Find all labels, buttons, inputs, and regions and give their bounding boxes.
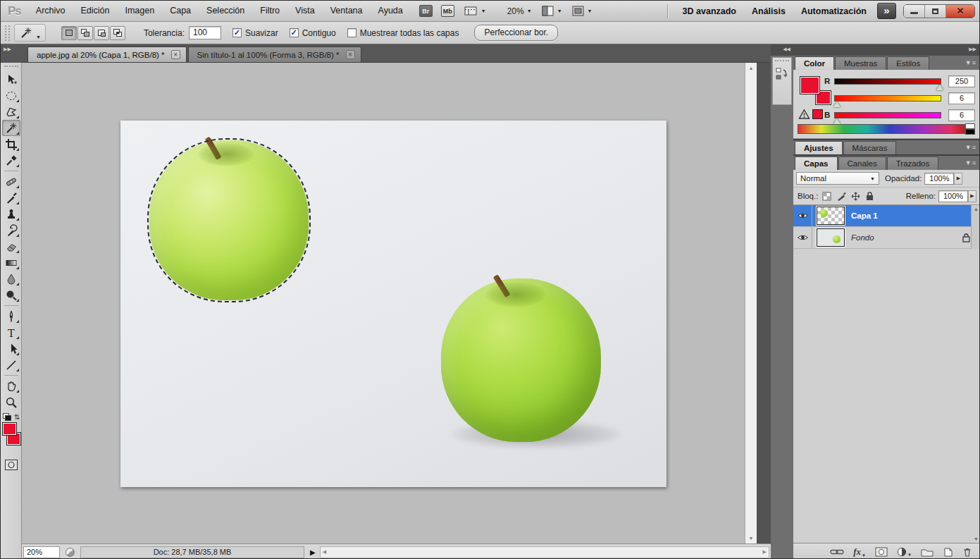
pen-tool[interactable]	[2, 308, 20, 324]
blue-value-input[interactable]: 6	[948, 109, 975, 121]
refine-edge-button[interactable]: Perfeccionar bor.	[474, 25, 558, 41]
tool-preset-picker[interactable]: ▼	[14, 24, 46, 42]
gamut-color-swatch[interactable]	[812, 109, 823, 119]
tolerance-input[interactable]: 100	[189, 26, 221, 39]
eraser-tool[interactable]	[2, 238, 20, 254]
polygonal-lasso-tool[interactable]	[2, 104, 20, 120]
minimize-button[interactable]	[904, 5, 925, 18]
color-spectrum-ramp[interactable]	[798, 124, 965, 134]
link-layers-button[interactable]	[830, 548, 844, 556]
scroll-up-icon[interactable]: ▲	[749, 63, 754, 73]
green-slider-marker[interactable]	[833, 102, 841, 107]
fill-input[interactable]: 100%	[938, 190, 968, 202]
gamut-warning-icon[interactable]	[798, 109, 810, 120]
blue-slider[interactable]	[834, 112, 941, 118]
type-tool[interactable]: T	[2, 324, 20, 340]
tab-mascaras[interactable]: Máscaras	[843, 141, 897, 154]
restore-button[interactable]	[925, 5, 946, 18]
tab-estilos[interactable]: Estilos	[887, 56, 929, 70]
new-layer-button[interactable]	[943, 546, 953, 557]
subtract-from-selection-button[interactable]	[94, 26, 109, 40]
close-tab-icon[interactable]: ×	[171, 50, 180, 59]
lock-all-icon[interactable]	[865, 191, 874, 201]
tab-muestras[interactable]: Muestras	[835, 56, 886, 70]
opacity-input[interactable]: 100%	[924, 173, 954, 185]
scroll-down-icon[interactable]: ▼	[749, 533, 754, 543]
visibility-toggle[interactable]	[793, 205, 812, 226]
menu-ayuda[interactable]: Ayuda	[371, 1, 411, 21]
tab-trazados[interactable]: Trazados	[887, 156, 939, 170]
menu-ventana[interactable]: Ventana	[323, 1, 371, 21]
red-slider[interactable]	[834, 78, 941, 85]
smooth-checkbox[interactable]: ✓	[232, 28, 242, 37]
launch-mini-bridge-button[interactable]: Mb	[441, 5, 454, 17]
scroll-left-icon[interactable]: ◀	[323, 549, 326, 555]
lock-pixels-icon[interactable]	[836, 192, 846, 201]
sample-all-layers-checkbox-wrap[interactable]: Muestrear todas las capas	[347, 28, 459, 38]
line-tool[interactable]	[2, 357, 20, 373]
panel-menu-icon[interactable]: ▼≡	[965, 144, 976, 151]
menu-filtro[interactable]: Filtro	[252, 1, 287, 21]
history-brush-tool[interactable]	[2, 222, 20, 238]
launch-bridge-button[interactable]: Br	[419, 5, 433, 17]
new-selection-button[interactable]	[61, 26, 77, 40]
layer-row-fondo[interactable]: Fondo	[793, 227, 980, 249]
layers-scrollbar[interactable]: ▲	[971, 205, 980, 249]
horizontal-scrollbar[interactable]: ◀ ▶	[320, 546, 769, 558]
intersect-selection-button[interactable]	[110, 26, 125, 40]
panel-menu-icon[interactable]: ▼≡	[965, 159, 976, 166]
layer-thumbnail[interactable]	[817, 207, 845, 225]
eyedropper-tool[interactable]	[2, 152, 20, 168]
vertical-scrollbar[interactable]: ▲ ▼	[745, 63, 757, 543]
spot-healing-brush-tool[interactable]	[2, 173, 20, 190]
workspace-3d-avanzado[interactable]: 3D avanzado	[675, 6, 744, 16]
new-group-button[interactable]	[921, 547, 934, 557]
document-canvas[interactable]	[120, 121, 666, 487]
blue-slider-marker[interactable]	[833, 118, 841, 124]
spectrum-white-swatch[interactable]	[965, 123, 975, 129]
workspace-overflow-button[interactable]: »	[877, 3, 896, 19]
workspace-automatizacion[interactable]: Automatización	[793, 6, 874, 16]
close-button[interactable]: ✕	[946, 5, 974, 18]
green-value-input[interactable]: 6	[948, 92, 975, 104]
move-tool[interactable]	[2, 71, 20, 87]
red-value-input[interactable]: 250	[948, 75, 975, 87]
toolbar-collapse-button[interactable]: ▶▶	[1, 44, 22, 63]
contiguous-checkbox[interactable]: ✓	[290, 28, 299, 37]
menu-seleccion[interactable]: Selección	[199, 1, 252, 21]
path-selection-tool[interactable]	[2, 340, 20, 357]
gradient-tool[interactable]	[2, 254, 20, 271]
status-zoom-input[interactable]: 20%	[23, 546, 60, 558]
clone-stamp-tool[interactable]	[2, 206, 20, 222]
layer-thumbnail[interactable]	[817, 228, 845, 247]
layer-name[interactable]: Fondo	[851, 233, 874, 242]
scroll-up-icon[interactable]: ▲	[974, 207, 979, 211]
contiguous-checkbox-wrap[interactable]: ✓ Contiguo	[290, 28, 336, 38]
burn-tool[interactable]	[2, 287, 20, 303]
blur-tool[interactable]	[2, 271, 20, 287]
document-tab-apple[interactable]: apple.jpg al 20% (Capa 1, RGB/8) * ×	[27, 47, 187, 62]
document-tab-untitled[interactable]: Sin título-1 al 100% (Forma 3, RGB/8) * …	[188, 47, 361, 62]
foreground-color-swatch[interactable]	[800, 76, 820, 94]
status-flyout-icon[interactable]: ▶	[310, 548, 316, 556]
hand-tool[interactable]	[2, 378, 20, 394]
layer-name[interactable]: Capa 1	[851, 211, 878, 220]
menu-vista[interactable]: Vista	[287, 1, 323, 21]
options-grip[interactable]	[5, 25, 10, 41]
green-slider[interactable]	[834, 95, 941, 102]
fill-slider-button[interactable]: ▶	[968, 190, 976, 202]
menu-capa[interactable]: Capa	[162, 1, 199, 21]
tab-ajustes[interactable]: Ajustes	[795, 141, 843, 154]
opacity-slider-button[interactable]: ▶	[954, 173, 962, 185]
add-layer-mask-button[interactable]	[875, 547, 888, 557]
toolbox-grip[interactable]	[4, 66, 18, 67]
default-colors-icon-black[interactable]	[5, 415, 11, 421]
menu-edicion[interactable]: Edición	[73, 1, 117, 21]
close-tab-icon[interactable]: ×	[346, 50, 355, 59]
scroll-right-icon[interactable]: ▶	[763, 549, 767, 555]
blend-mode-select[interactable]: Normal ▼	[796, 172, 879, 185]
add-to-selection-button[interactable]	[77, 26, 93, 40]
workspace-analisis[interactable]: Análisis	[744, 6, 793, 16]
expand-dock-button[interactable]: ◀◀	[771, 44, 793, 56]
delete-layer-button[interactable]	[962, 546, 972, 557]
